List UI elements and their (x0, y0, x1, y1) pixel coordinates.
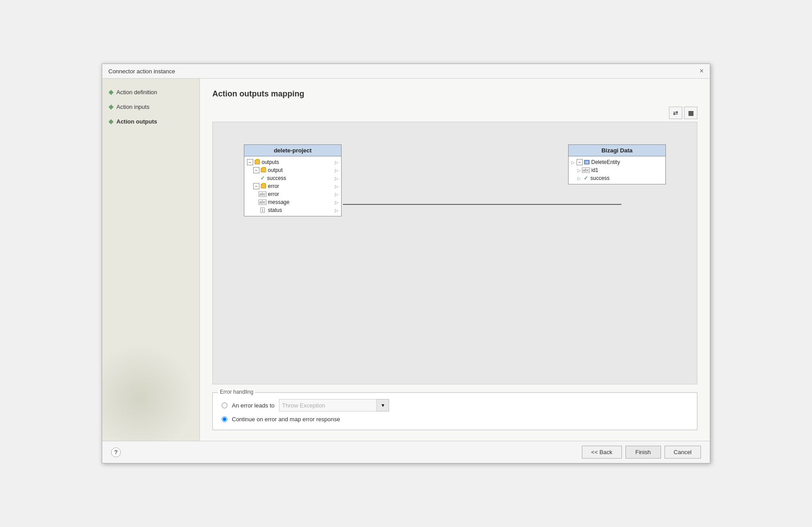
arrow-left-icon: ▷ (577, 176, 581, 181)
footer-right: << Back Finish Cancel (582, 446, 701, 459)
dialog-title: Connector action instance (108, 68, 175, 75)
sidebar-diamond-icon (108, 119, 113, 124)
tree-node-label: output (268, 167, 283, 173)
error-option-label-1: An error leads to (232, 402, 275, 409)
map-view-button[interactable]: ⇄ (669, 107, 682, 119)
arrow-left-icon: ▷ (571, 160, 575, 165)
sidebar-diamond-icon (108, 90, 113, 95)
expand-icon[interactable]: − (577, 159, 583, 165)
tree-row: abc error ▷ (244, 190, 341, 198)
abc-icon: abc (259, 199, 266, 205)
tree-row-success-left: ✓ success ▷ (244, 174, 341, 182)
dialog-footer: ? << Back Finish Cancel (102, 441, 710, 463)
map-icon: ⇄ (673, 109, 678, 116)
tree-node-label: message (268, 199, 290, 205)
arrow-right-icon: ▷ (335, 176, 338, 181)
tree-node-label: DeleteEntity (591, 159, 620, 165)
dropdown-arrow-button[interactable]: ▾ (377, 399, 389, 411)
arrow-right-icon: ▷ (335, 168, 338, 173)
arrow-right-icon: ▷ (335, 192, 338, 197)
tree-row: ▷ − ⊟ DeleteEntity (569, 158, 665, 166)
main-content: Action outputs mapping ⇄ ▦ delete-projec… (200, 79, 710, 441)
sidebar-item-label: Action outputs (116, 118, 157, 125)
sidebar-item-label: Action inputs (116, 104, 149, 110)
left-tree-content: − outputs ▷ − output ▷ (244, 156, 341, 216)
dialog-titlebar: Connector action instance × (102, 64, 710, 79)
error-handling-legend: Error handling (218, 389, 255, 395)
briefcase-icon (260, 167, 267, 173)
arrow-right-icon: ▷ (335, 200, 338, 205)
expand-icon[interactable]: − (253, 183, 259, 189)
tree-row-success-right: ▷ ✓ success (569, 174, 665, 182)
sidebar: Action definition Action inputs Action o… (102, 79, 200, 441)
mapping-toolbar: ⇄ ▦ (212, 107, 697, 119)
sidebar-diamond-icon (108, 104, 113, 109)
tree-node-label: error (268, 191, 279, 197)
expand-icon[interactable]: − (253, 167, 259, 173)
mapping-canvas: delete-project − outputs ▷ − (212, 122, 697, 384)
expand-icon[interactable]: − (247, 159, 253, 165)
right-tree-content: ▷ − ⊟ DeleteEntity ▷ abc id1 (569, 156, 665, 184)
connector-action-dialog: Connector action instance × Action defin… (102, 64, 710, 463)
tree-row: abc message ▷ (244, 198, 341, 206)
grid-icon: ▦ (688, 109, 694, 116)
cancel-button[interactable]: Cancel (665, 446, 701, 459)
tree-node-label: status (268, 207, 282, 213)
error-option-row-1: An error leads to Throw Exception ▾ (222, 399, 688, 411)
back-button[interactable]: << Back (582, 446, 622, 459)
arrow-left-icon: ▷ (577, 168, 581, 173)
right-tree-box: Bizagi Data ▷ − ⊟ DeleteEntity ▷ abc (568, 144, 666, 184)
num-icon: 1 (259, 207, 266, 213)
check-icon: ✓ (259, 175, 266, 181)
briefcase-icon (260, 183, 267, 189)
tree-node-label: success (267, 175, 286, 181)
entity-icon: ⊟ (584, 159, 590, 165)
left-tree-box: delete-project − outputs ▷ − (244, 144, 342, 216)
sidebar-item-label: Action definition (116, 89, 157, 96)
tree-node-label: outputs (262, 159, 279, 165)
tree-row: ▷ abc id1 (569, 166, 665, 174)
tree-node-label: id1 (591, 167, 598, 173)
dialog-body: Action definition Action inputs Action o… (102, 79, 710, 441)
error-option-radio-2[interactable] (222, 416, 227, 422)
close-button[interactable]: × (700, 68, 704, 75)
error-option-label-2: Continue on error and map error response (232, 416, 340, 423)
throw-exception-dropdown-wrap: Throw Exception ▾ (279, 399, 389, 411)
page-title: Action outputs mapping (212, 89, 697, 99)
tree-row: − outputs ▷ (244, 158, 341, 166)
tree-row: − error ▷ (244, 182, 341, 190)
grid-view-button[interactable]: ▦ (684, 107, 697, 119)
check-icon: ✓ (583, 175, 589, 181)
briefcase-icon (254, 159, 260, 165)
finish-button[interactable]: Finish (625, 446, 661, 459)
tree-node-label: error (268, 183, 279, 189)
abc-icon: abc (259, 191, 266, 197)
tree-row: − output ▷ (244, 166, 341, 174)
sidebar-item-action-inputs[interactable]: Action inputs (107, 102, 195, 112)
error-option-radio-1[interactable] (222, 403, 227, 408)
arrow-right-icon: ▷ (335, 208, 338, 213)
arrow-right-icon: ▷ (335, 184, 338, 189)
right-box-title: Bizagi Data (569, 145, 665, 156)
sidebar-item-action-outputs[interactable]: Action outputs (107, 117, 195, 126)
tree-node-label: success (590, 175, 609, 181)
error-options: An error leads to Throw Exception ▾ Cont… (222, 399, 688, 423)
throw-exception-dropdown[interactable]: Throw Exception (279, 399, 377, 411)
error-option-row-2: Continue on error and map error response (222, 416, 688, 423)
abc-icon: abc (583, 167, 589, 173)
left-box-title: delete-project (244, 145, 341, 156)
error-handling-section: Error handling An error leads to Throw E… (212, 392, 697, 430)
help-button[interactable]: ? (111, 447, 121, 457)
arrow-right-icon: ▷ (335, 160, 338, 165)
footer-left: ? (111, 447, 121, 457)
tree-row: 1 status ▷ (244, 206, 341, 214)
sidebar-item-action-definition[interactable]: Action definition (107, 88, 195, 97)
